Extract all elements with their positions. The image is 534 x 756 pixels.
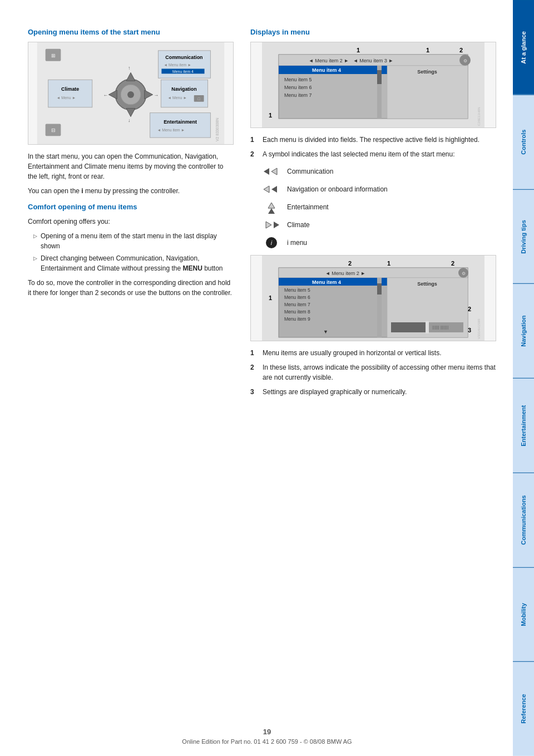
symbol-imenu: i i menu <box>261 236 496 249</box>
svg-rect-16 <box>161 80 207 107</box>
svg-text:1: 1 <box>357 47 360 53</box>
numbered-item-b3: 3 Settings are displayed graphically or … <box>250 387 496 397</box>
svg-text:C26E11H6N: C26E11H6N <box>477 107 481 126</box>
sidebar-tab-reference[interactable]: Reference <box>513 661 534 756</box>
svg-marker-59 <box>268 208 275 214</box>
numbered-item-2: 2 A symbol indicates the last selected m… <box>250 149 496 159</box>
svg-text:◄ Menu ►: ◄ Menu ► <box>56 96 76 100</box>
symbol-communication: Communication <box>261 165 496 178</box>
svg-text:1: 1 <box>426 47 429 53</box>
svg-text:Climate: Climate <box>61 86 79 92</box>
svg-text:◄ Menu item 3 ►: ◄ Menu item 3 ► <box>353 58 393 63</box>
svg-text:⊞: ⊞ <box>51 53 56 58</box>
svg-text:▼: ▼ <box>323 329 328 335</box>
svg-text:1: 1 <box>269 112 272 119</box>
bullet-item-2: Direct changing between Communication, N… <box>28 253 234 273</box>
svg-marker-55 <box>271 168 277 175</box>
svg-text:Settings: Settings <box>417 281 437 287</box>
svg-rect-83 <box>377 283 382 294</box>
svg-text:◄ Menu item 2 ►: ◄ Menu item 2 ► <box>325 271 365 276</box>
numbered-item-1: 1 Each menu is divided into fields. The … <box>250 135 496 145</box>
copyright-text: Online Edition for Part no. 01 41 2 600 … <box>182 738 352 745</box>
displays-diagram-1: 1 1 2 ◄ Menu item 2 ► ◄ Menu item 3 ► ⚙ <box>250 42 496 128</box>
sidebar-tab-driving-tips[interactable]: Driving tips <box>513 189 534 284</box>
bullet-item-1: Opening of a menu item of the start menu… <box>28 231 234 251</box>
svg-text:V2 8330308N: V2 8330308N <box>215 118 219 141</box>
svg-rect-87 <box>426 321 429 333</box>
svg-text:Navigation: Navigation <box>171 86 196 92</box>
svg-text:1: 1 <box>387 260 390 267</box>
sidebar-tab-mobility[interactable]: Mobility <box>513 567 534 662</box>
sidebar-tab-at-a-glance[interactable]: At a glance <box>513 0 534 95</box>
svg-text:Entertainment: Entertainment <box>164 119 197 125</box>
svg-text:◄ Menu item ►: ◄ Menu item ► <box>164 63 191 67</box>
symbol-navigation: Navigation or onboard information <box>261 183 496 196</box>
left-column: Opening menu items of the start menu <box>28 28 234 401</box>
svg-text:◄ Menu item 2 ►: ◄ Menu item 2 ► <box>309 58 349 63</box>
svg-text:⊟: ⊟ <box>51 127 56 133</box>
svg-text:⚙: ⚙ <box>462 271 466 276</box>
svg-rect-86 <box>391 322 427 332</box>
svg-marker-60 <box>274 222 279 228</box>
svg-text:|||||| |||||||: |||||| ||||||| <box>432 325 448 330</box>
svg-text:2: 2 <box>459 47 463 53</box>
svg-text:Menu item 7: Menu item 7 <box>284 302 310 307</box>
section2-body: To do so, move the controller in the cor… <box>28 278 234 298</box>
symbol-climate: Climate <box>261 218 496 232</box>
svg-marker-57 <box>271 186 277 193</box>
svg-text:Menu item 5: Menu item 5 <box>284 77 312 82</box>
svg-text:◄ Menu item ►: ◄ Menu item ► <box>157 128 185 132</box>
svg-text:Menu item 6: Menu item 6 <box>284 294 310 300</box>
svg-text:Menu item 4: Menu item 4 <box>172 70 194 73</box>
svg-text:1: 1 <box>269 294 272 301</box>
symbol-navigation-label: Navigation or onboard information <box>287 185 388 193</box>
svg-text:◄ Menu ►: ◄ Menu ► <box>167 96 187 100</box>
svg-rect-21 <box>150 113 211 138</box>
page-number: 19 <box>182 728 352 736</box>
section2-intro: Comfort opening offers you: <box>28 217 234 227</box>
sidebar-tab-controls[interactable]: Controls <box>513 95 534 189</box>
svg-rect-13 <box>48 80 92 107</box>
section1-title: Opening menu items of the start menu <box>28 28 234 36</box>
svg-text:Menu item 5: Menu item 5 <box>284 287 310 293</box>
svg-text:2: 2 <box>348 260 352 267</box>
svg-text:→: → <box>154 92 159 98</box>
svg-marker-61 <box>266 222 271 228</box>
svg-text:↑: ↑ <box>128 65 130 71</box>
section1-body1: In the start menu, you can open the Comm… <box>28 151 234 181</box>
svg-text:3: 3 <box>468 327 471 333</box>
sidebar: At a glance Controls Driving tips Naviga… <box>513 0 534 756</box>
svg-marker-54 <box>264 168 269 175</box>
section2-title: Comfort opening of menu items <box>28 203 234 211</box>
svg-rect-69 <box>279 268 468 278</box>
svg-text:Menu item 6: Menu item 6 <box>284 85 312 90</box>
svg-text:Menu item 9: Menu item 9 <box>284 316 310 322</box>
svg-marker-58 <box>268 203 275 208</box>
svg-text:Menu item 8: Menu item 8 <box>284 309 310 315</box>
right-column: Displays in menu 1 1 2 ◄ Menu item 2 ► <box>250 28 496 401</box>
svg-text:↓: ↓ <box>128 117 130 123</box>
svg-text:V3314H1S9R: V3314H1S9R <box>477 318 481 339</box>
sidebar-tab-communications[interactable]: Communications <box>513 473 534 567</box>
sidebar-tab-entertainment[interactable]: Entertainment <box>513 378 534 473</box>
numbered-items-bottom: 1 Menu items are usually grouped in hori… <box>250 348 496 397</box>
svg-text:Menu item 4: Menu item 4 <box>312 67 341 73</box>
svg-text:Settings: Settings <box>417 69 437 75</box>
main-content: Opening menu items of the start menu <box>0 0 513 756</box>
svg-text:Menu item 7: Menu item 7 <box>284 92 312 98</box>
svg-point-3 <box>127 91 134 98</box>
displays-section-title: Displays in menu <box>250 28 496 36</box>
section1-body2: You can open the i menu by pressing the … <box>28 186 234 196</box>
numbered-item-b2: 2 In these lists, arrows indicate the po… <box>250 362 496 382</box>
sidebar-tab-navigation[interactable]: Navigation <box>513 283 534 378</box>
symbol-entertainment: Entertainment <box>261 200 496 214</box>
svg-rect-51 <box>377 70 382 84</box>
svg-text:Communication: Communication <box>165 55 202 60</box>
displays-diagram-2: 2 1 2 ◄ Menu item 2 ► ⚙ Menu item 4 <box>250 255 496 341</box>
footer: 19 Online Edition for Part no. 01 41 2 6… <box>182 728 352 745</box>
symbol-list: Communication Navigation or onboard info… <box>261 165 496 249</box>
svg-text:←: ← <box>103 92 108 98</box>
symbol-entertainment-label: Entertainment <box>287 203 329 211</box>
svg-text:⚙: ⚙ <box>463 58 467 63</box>
symbol-climate-label: Climate <box>287 221 310 229</box>
